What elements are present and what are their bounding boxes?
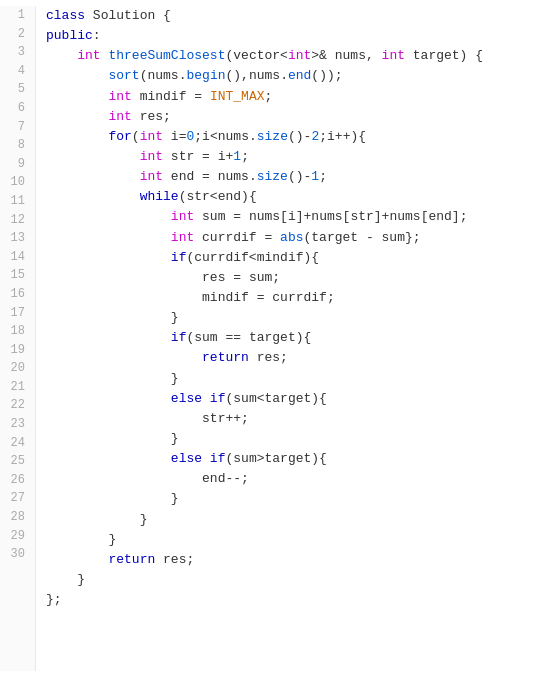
token-var: sum bbox=[233, 391, 256, 406]
line-number: 20 bbox=[6, 359, 25, 378]
line-number: 10 bbox=[6, 173, 25, 192]
token-sp bbox=[46, 89, 108, 104]
token-var: res bbox=[202, 270, 225, 285]
token-sp bbox=[46, 512, 140, 527]
token-punc: ] bbox=[296, 209, 304, 224]
code-line: }; bbox=[46, 590, 542, 610]
token-sp bbox=[210, 169, 218, 184]
token-op: ++ bbox=[225, 411, 241, 426]
code-line: } bbox=[46, 308, 542, 328]
token-sp bbox=[46, 109, 108, 124]
token-var: end bbox=[202, 471, 225, 486]
token-op: = bbox=[202, 169, 210, 184]
token-kw: else bbox=[171, 451, 202, 466]
token-var: str bbox=[186, 189, 209, 204]
token-punc: } bbox=[171, 310, 179, 325]
token-kw: if bbox=[171, 330, 187, 345]
token-punc: , bbox=[241, 68, 249, 83]
token-kw: public bbox=[46, 28, 93, 43]
token-fn: size bbox=[257, 169, 288, 184]
token-var: res bbox=[140, 109, 163, 124]
code-line: else if(sum<target){ bbox=[46, 389, 542, 409]
token-var: str bbox=[350, 209, 373, 224]
token-sp bbox=[46, 391, 171, 406]
token-sp bbox=[46, 149, 140, 164]
token-sp bbox=[210, 149, 218, 164]
code-line: int res; bbox=[46, 107, 542, 127]
token-kw: while bbox=[140, 189, 179, 204]
code-line: int threeSumClosest(vector<int>& nums, i… bbox=[46, 46, 542, 66]
code-editor: 1234567891011121314151617181920212223242… bbox=[0, 0, 550, 677]
line-number: 24 bbox=[6, 434, 25, 453]
line-number: 4 bbox=[6, 62, 25, 81]
token-sp bbox=[241, 330, 249, 345]
line-number: 14 bbox=[6, 248, 25, 267]
token-var: target bbox=[311, 230, 358, 245]
line-number: 5 bbox=[6, 80, 25, 99]
code-line: else if(sum>target){ bbox=[46, 449, 542, 469]
code-line: str++; bbox=[46, 409, 542, 429]
token-sp bbox=[249, 290, 257, 305]
token-var: i bbox=[327, 129, 335, 144]
token-sp bbox=[358, 230, 366, 245]
token-var: res bbox=[257, 350, 280, 365]
token-sp bbox=[46, 310, 171, 325]
token-sp bbox=[46, 572, 77, 587]
token-punc: ; bbox=[265, 89, 273, 104]
line-number: 1 bbox=[6, 6, 25, 25]
code-line: int currdif = abs(target - sum}; bbox=[46, 228, 542, 248]
token-sp bbox=[46, 250, 171, 265]
token-var: nums bbox=[249, 209, 280, 224]
token-kw: for bbox=[108, 129, 131, 144]
token-var: sum bbox=[233, 451, 256, 466]
token-punc: ; bbox=[280, 350, 288, 365]
token-punc: () bbox=[288, 169, 304, 184]
token-kw: if bbox=[210, 451, 226, 466]
token-var: end bbox=[171, 169, 194, 184]
code-content[interactable]: class Solution {public: int threeSumClos… bbox=[36, 6, 550, 671]
code-line: int mindif = INT_MAX; bbox=[46, 87, 542, 107]
code-line: } bbox=[46, 489, 542, 509]
code-line: } bbox=[46, 530, 542, 550]
token-sp bbox=[202, 89, 210, 104]
token-punc: } bbox=[108, 532, 116, 547]
token-var: res bbox=[163, 552, 186, 567]
token-punc: ; bbox=[241, 149, 249, 164]
token-kw: class bbox=[46, 8, 85, 23]
token-sp bbox=[194, 169, 202, 184]
token-sp bbox=[46, 169, 140, 184]
token-sp bbox=[46, 290, 202, 305]
token-punc: ; bbox=[241, 411, 249, 426]
token-fn: sort bbox=[108, 68, 139, 83]
code-line: for(int i=0;i<nums.size()-2;i++){ bbox=[46, 127, 542, 147]
token-sp bbox=[46, 129, 108, 144]
token-op: < bbox=[249, 250, 257, 265]
token-punc: ){ bbox=[350, 129, 366, 144]
token-sp bbox=[46, 270, 202, 285]
token-punc: ] bbox=[374, 209, 382, 224]
token-sp bbox=[46, 68, 108, 83]
token-sp bbox=[327, 48, 335, 63]
code-line: class Solution { bbox=[46, 6, 542, 26]
line-number: 11 bbox=[6, 192, 25, 211]
token-var: mindif bbox=[202, 290, 249, 305]
code-line: int str = i+1; bbox=[46, 147, 542, 167]
token-const: INT_MAX bbox=[210, 89, 265, 104]
token-fn: end bbox=[288, 68, 311, 83]
token-var: nums bbox=[218, 169, 249, 184]
token-type: int bbox=[140, 169, 163, 184]
token-var: end bbox=[218, 189, 241, 204]
code-line: } bbox=[46, 570, 542, 590]
token-op: < bbox=[257, 391, 265, 406]
token-sp bbox=[405, 48, 413, 63]
token-punc: }; bbox=[46, 592, 62, 607]
token-var: str bbox=[202, 411, 225, 426]
token-sp bbox=[46, 371, 171, 386]
token-var: i bbox=[202, 129, 210, 144]
token-var: sum bbox=[202, 209, 225, 224]
token-kw: if bbox=[171, 250, 187, 265]
code-line: int sum = nums[i]+nums[str]+nums[end]; bbox=[46, 207, 542, 227]
line-number: 25 bbox=[6, 452, 25, 471]
token-op: < bbox=[210, 129, 218, 144]
token-punc: () bbox=[288, 129, 304, 144]
